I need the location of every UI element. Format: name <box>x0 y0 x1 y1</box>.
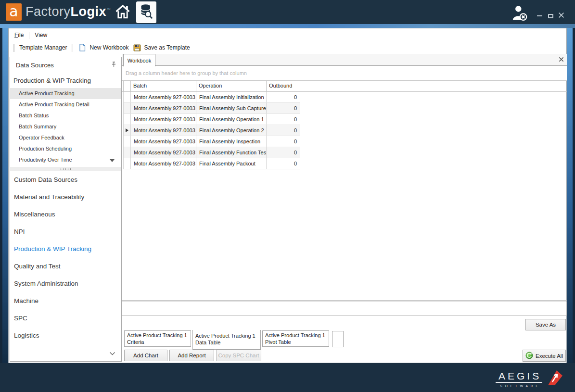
batch-cell[interactable]: Motor Assembly 927-0003 <box>131 92 196 102</box>
brand-primary: Factory <box>26 4 71 19</box>
close-window-button[interactable] <box>557 13 565 19</box>
column-header-outbound[interactable]: Outbound <box>267 81 300 91</box>
column-header-batch[interactable]: Batch <box>131 81 196 91</box>
close-tab-button[interactable] <box>556 55 566 64</box>
add-report-button[interactable]: Add Report <box>169 350 214 361</box>
add-chart-button[interactable]: Add Chart <box>124 350 167 361</box>
execute-all-label: Execute All <box>536 353 563 359</box>
grid-footer-panel <box>122 302 567 316</box>
application-window: a FactoryLogix™ <box>0 0 575 392</box>
worksheet-tab[interactable]: Active Product Tracking 1 Pivot Table <box>262 330 329 347</box>
app-brand: FactoryLogix™ <box>26 4 111 19</box>
outbound-cell[interactable]: 0 <box>267 114 300 125</box>
aegis-brand-text: AEGIS <box>496 371 542 383</box>
chevron-down-icon[interactable] <box>109 349 115 357</box>
worksheet-tab-line1: Active Product Tracking 1 <box>195 332 258 339</box>
outbound-cell[interactable]: 0 <box>267 125 300 136</box>
minimize-button[interactable] <box>535 13 544 19</box>
row-indicator-cell <box>124 158 131 169</box>
home-icon <box>115 4 131 21</box>
save-as-template-button[interactable]: Save as Template <box>142 44 192 51</box>
splitter-grip-dots <box>60 168 72 170</box>
sidebar-category[interactable]: Miscellaneous <box>10 206 121 223</box>
sidebar-category[interactable]: Logistics <box>10 327 121 344</box>
pin-icon[interactable] <box>111 61 116 69</box>
menu-file[interactable]: File <box>12 30 26 40</box>
data-source-item[interactable]: Active Product Tracking Detail <box>10 99 121 110</box>
home-button[interactable] <box>114 4 132 21</box>
sidebar-category[interactable]: Machine <box>10 292 121 310</box>
sidebar-category[interactable]: Production & WIP Tracking <box>10 240 121 258</box>
sidebar-category[interactable]: NPI <box>10 223 121 240</box>
data-source-item-label: Batch Summary <box>19 124 56 129</box>
tab-workbook[interactable]: Workbook <box>123 54 155 66</box>
column-header-operation[interactable]: Operation <box>196 81 267 91</box>
aegis-software-text: SOFTWARE <box>497 384 541 388</box>
database-search-icon <box>140 4 153 21</box>
outbound-cell[interactable]: 0 <box>267 103 300 114</box>
sidebar-category-label: System Administration <box>14 280 78 287</box>
batch-cell[interactable]: Motor Assembly 927-0003 <box>131 147 196 158</box>
outbound-cell[interactable]: 0 <box>267 158 300 169</box>
sidebar-splitter[interactable] <box>10 167 121 171</box>
sidebar-category[interactable]: Custom Data Sources <box>10 171 121 189</box>
operation-cell[interactable]: Final Assembly Sub Capture <box>196 103 267 114</box>
operation-cell[interactable]: Final Assembly Function Test <box>196 147 267 158</box>
table-row[interactable]: Motor Assembly 927-0003 Final Assembly I… <box>124 92 300 103</box>
execute-all-button[interactable]: Execute All <box>523 350 566 362</box>
row-indicator-cell <box>124 136 131 147</box>
menu-separator <box>29 32 29 39</box>
data-source-item[interactable]: Operator Feedback <box>10 132 121 143</box>
operation-cell[interactable]: Final Assembly Inspection <box>196 136 267 147</box>
row-indicator-cell <box>124 114 131 125</box>
outbound-cell[interactable]: 0 <box>267 92 300 102</box>
outbound-cell[interactable]: 0 <box>267 136 300 147</box>
maximize-button[interactable] <box>546 13 555 19</box>
data-source-item[interactable]: Batch Summary <box>10 121 121 132</box>
batch-cell[interactable]: Motor Assembly 927-0003 <box>131 158 196 169</box>
data-source-item[interactable]: Production Scheduling <box>10 143 121 154</box>
table-row[interactable]: Motor Assembly 927-0003 Final Assembly O… <box>124 125 300 136</box>
table-row[interactable]: Motor Assembly 927-0003 Final Assembly I… <box>124 136 300 147</box>
data-source-item[interactable]: Active Product Tracking <box>10 88 121 99</box>
aegis-logo: AEGIS SOFTWARE <box>496 369 563 389</box>
operation-cell[interactable]: Final Assembly Initialization <box>196 92 267 102</box>
operation-cell[interactable]: Final Assembly Operation 2 <box>196 125 267 136</box>
column-header-row: Batch Operation Outbound <box>122 81 567 92</box>
batch-cell[interactable]: Motor Assembly 927-0003 <box>131 136 196 147</box>
user-logout-button[interactable] <box>510 5 529 23</box>
data-source-item-label: Productivity Over Time <box>19 157 72 163</box>
sidebar-category[interactable]: SPC <box>10 310 121 327</box>
operation-cell[interactable]: Final Assembly Packout <box>196 158 267 169</box>
data-source-item[interactable]: Productivity Over Time <box>10 154 121 165</box>
app-logo: a <box>6 3 22 21</box>
new-workbook-button[interactable]: New Workbook <box>88 44 130 51</box>
template-manager-button[interactable]: Template Manager <box>17 44 69 51</box>
scroll-down-icon[interactable] <box>110 159 115 162</box>
sidebar-category[interactable]: Quality and Test <box>10 258 121 275</box>
sidebar-category[interactable]: System Administration <box>10 275 121 292</box>
menu-view[interactable]: View <box>32 30 50 40</box>
worksheet-tab[interactable]: Active Product Tracking 1 Criteria <box>124 330 191 347</box>
sidebar-category[interactable]: Material and Traceability <box>10 189 121 206</box>
batch-cell[interactable]: Motor Assembly 927-0003 <box>131 103 196 114</box>
outbound-cell[interactable]: 0 <box>267 147 300 158</box>
row-indicator-cell <box>124 125 131 136</box>
save-as-button[interactable]: Save As <box>525 319 566 330</box>
window-frame-left <box>0 28 8 363</box>
batch-cell[interactable]: Motor Assembly 927-0003 <box>131 125 196 136</box>
minimize-icon <box>537 15 542 16</box>
toolbar: Template Manager New Workbook Save as Te… <box>8 41 566 54</box>
data-source-item[interactable]: Batch Status <box>10 110 121 121</box>
batch-cell[interactable]: Motor Assembly 927-0003 <box>131 114 196 125</box>
close-icon <box>559 55 564 64</box>
table-row[interactable]: Motor Assembly 927-0003 Final Assembly O… <box>124 114 300 125</box>
worksheet-tab[interactable]: Active Product Tracking 1 Data Table <box>192 330 261 350</box>
data-source-item-label: Production Scheduling <box>19 146 72 152</box>
operation-cell[interactable]: Final Assembly Operation 1 <box>196 114 267 125</box>
aegis-wordmark: AEGIS SOFTWARE <box>496 371 542 388</box>
table-row[interactable]: Motor Assembly 927-0003 Final Assembly P… <box>124 158 300 169</box>
table-row[interactable]: Motor Assembly 927-0003 Final Assembly S… <box>124 103 300 114</box>
data-source-explorer-button[interactable] <box>136 1 156 23</box>
table-row[interactable]: Motor Assembly 927-0003 Final Assembly F… <box>124 147 300 158</box>
